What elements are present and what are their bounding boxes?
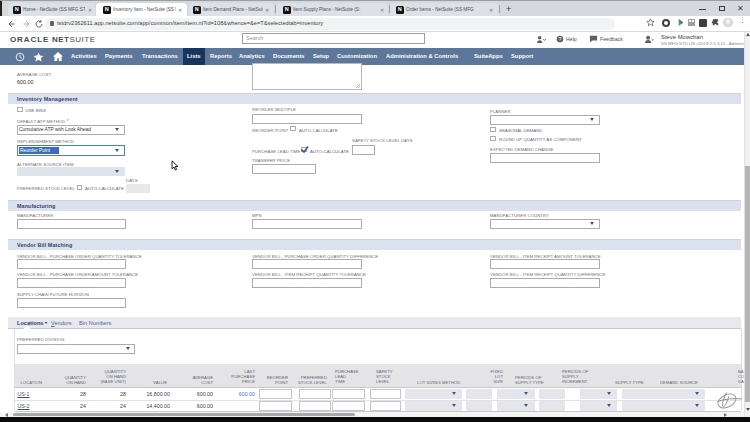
svg-text:?: ?: [558, 36, 561, 42]
